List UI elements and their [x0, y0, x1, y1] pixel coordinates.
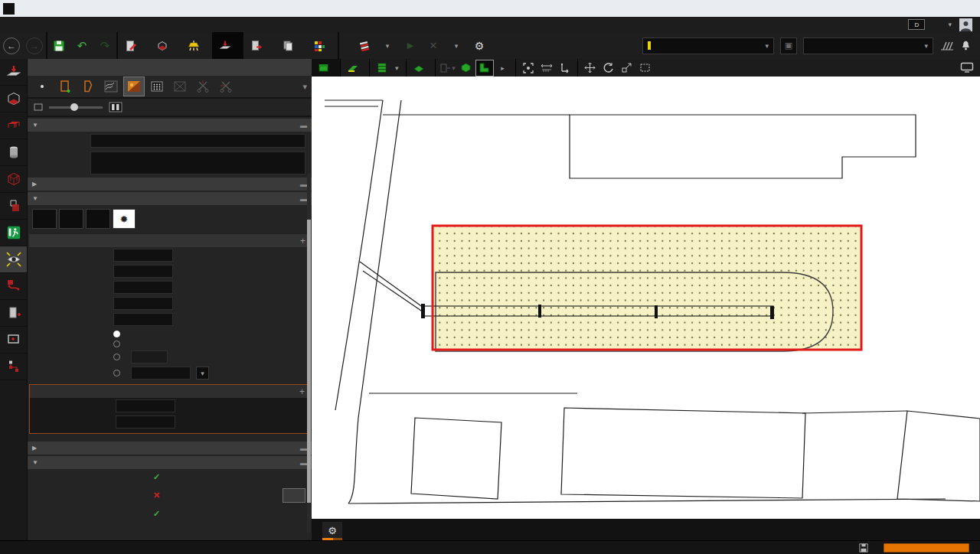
- description-input[interactable]: [90, 152, 305, 174]
- rotate-tool-button[interactable]: [600, 60, 617, 76]
- use-all-button[interactable]: [283, 488, 305, 503]
- name-input[interactable]: [90, 134, 305, 148]
- rail-dimming-curve-tool[interactable]: [0, 273, 27, 300]
- minimize-button[interactable]: [884, 0, 916, 17]
- defined-surface-caret[interactable]: ▾: [196, 367, 209, 380]
- value-grid-display-button[interactable]: [147, 77, 167, 96]
- view-expand-caret[interactable]: ▸: [495, 60, 511, 76]
- mode-construction-button[interactable]: [149, 32, 181, 59]
- pin-icon[interactable]: ▬: [300, 195, 307, 203]
- view-plan-button[interactable]: [476, 60, 493, 76]
- pin-icon[interactable]: ▬: [300, 459, 307, 467]
- rect-select-button[interactable]: [637, 60, 654, 76]
- display-mode-button[interactable]: [960, 62, 974, 74]
- mode-brands-button[interactable]: [306, 32, 338, 59]
- surface-view-icon[interactable]: [939, 41, 955, 51]
- section-checklist[interactable]: ▼▬: [28, 456, 312, 469]
- glare-rating-header[interactable]: +: [29, 234, 310, 247]
- tab-building[interactable]: ▾: [370, 59, 407, 77]
- scrollbar-thumb[interactable]: [307, 220, 311, 503]
- scene-settings-button[interactable]: ▣: [780, 37, 797, 54]
- notifications-bell-icon[interactable]: [961, 40, 971, 51]
- tab-ruf[interactable]: [86, 209, 110, 229]
- fixed-value-input[interactable]: [131, 350, 168, 363]
- settings-button[interactable]: ⚙: [470, 37, 488, 55]
- viewing-angle-to-input[interactable]: [113, 313, 173, 326]
- cut-line-tool[interactable]: [193, 77, 213, 96]
- option-defined-surface[interactable]: ▾: [28, 365, 312, 381]
- rail-column-tool[interactable]: [0, 139, 27, 166]
- mode-light-button[interactable]: [181, 32, 212, 59]
- section-positioning[interactable]: ▶▬: [28, 178, 312, 191]
- obtrusive-calculation-surface[interactable]: [421, 226, 861, 351]
- slider-knob[interactable]: [70, 103, 78, 111]
- option-fixed-value[interactable]: [28, 349, 312, 365]
- isolines-display-button[interactable]: [101, 77, 121, 96]
- section-space[interactable]: ▶▬: [28, 442, 312, 455]
- scene-preview-icon[interactable]: [109, 102, 122, 112]
- option-simplified[interactable]: [28, 329, 312, 339]
- section-calculation-parameters[interactable]: ▼▬: [28, 192, 312, 205]
- false-colors-display-button[interactable]: [124, 77, 144, 96]
- option-exact[interactable]: [28, 339, 312, 349]
- scale-tool-button[interactable]: [619, 60, 635, 76]
- rail-furniture-tool[interactable]: [0, 112, 27, 139]
- polygon-surface-tool[interactable]: [78, 77, 98, 96]
- light-scene-select[interactable]: ▾: [642, 37, 774, 54]
- forward-button[interactable]: →: [26, 37, 43, 54]
- mode-project-button[interactable]: [118, 32, 149, 59]
- building-caret-icon[interactable]: ▾: [395, 64, 399, 72]
- tab-ks[interactable]: [59, 209, 83, 229]
- calculation-options-caret[interactable]: ▾: [378, 37, 397, 55]
- transparency-slider[interactable]: [49, 106, 103, 109]
- section-properties[interactable]: ▼▬: [28, 119, 312, 132]
- cut-line-vertical-tool[interactable]: [216, 77, 236, 96]
- undo-button[interactable]: ↶: [73, 37, 91, 55]
- pin-icon[interactable]: ▬: [300, 122, 307, 129]
- zoom-fit-button[interactable]: [520, 60, 537, 76]
- maximize-button[interactable]: [916, 0, 948, 17]
- measure-button[interactable]: [538, 60, 555, 76]
- redo-button[interactable]: ↷: [96, 37, 114, 55]
- move-tool-button[interactable]: [582, 60, 599, 76]
- glare-index-header[interactable]: +: [30, 385, 309, 398]
- tab-storey[interactable]: [407, 59, 436, 77]
- rail-room-surface-tool[interactable]: [0, 86, 27, 112]
- tab-site[interactable]: [312, 59, 341, 77]
- viewing-angle-from-input[interactable]: [113, 297, 173, 310]
- cancel-options-caret[interactable]: ▾: [447, 37, 466, 55]
- rail-obtrusive-light-tool[interactable]: [0, 246, 27, 273]
- rail-escape-sign-tool[interactable]: [0, 220, 27, 246]
- rail-wall-surface-tool[interactable]: [0, 193, 27, 220]
- mode-calculation-objects-button[interactable]: [212, 32, 243, 59]
- previous-view-button[interactable]: ▾: [439, 60, 456, 76]
- avatar[interactable]: [959, 18, 972, 31]
- tab-sky-button[interactable]: ✹: [113, 209, 136, 229]
- pin-icon[interactable]: ▬: [300, 445, 307, 452]
- toolbar-overflow-caret[interactable]: ▾: [302, 82, 307, 92]
- legend-settings-button[interactable]: ⚙: [322, 522, 342, 539]
- mode-export-button[interactable]: [243, 32, 275, 59]
- step-width-input[interactable]: [113, 281, 173, 294]
- rail-circuit-tool[interactable]: [0, 354, 27, 380]
- view-room-button[interactable]: [458, 60, 475, 76]
- rail-calculation-zone-tool[interactable]: [0, 166, 27, 193]
- rectangle-surface-tool[interactable]: [55, 77, 75, 96]
- rail-door-tool[interactable]: [0, 300, 27, 327]
- inclination-input[interactable]: [113, 265, 173, 278]
- status-action-button[interactable]: [884, 543, 969, 552]
- resume-calculation-button[interactable]: ▶: [401, 37, 420, 55]
- point-tool[interactable]: [32, 77, 52, 96]
- drawing-viewport[interactable]: [325, 89, 980, 519]
- view-select[interactable]: ▾: [803, 37, 933, 54]
- cancel-calculation-button[interactable]: ✕: [424, 37, 443, 55]
- rail-calculation-surface-tool[interactable]: [0, 59, 27, 86]
- no-display-button[interactable]: [170, 77, 190, 96]
- save-button[interactable]: [50, 37, 68, 55]
- panel-scrollbar[interactable]: [307, 174, 311, 533]
- ks-ambient-luminance-input[interactable]: [116, 416, 175, 429]
- add-icon[interactable]: +: [299, 386, 305, 397]
- height-offset-input[interactable]: [113, 249, 173, 262]
- pin-icon[interactable]: ▬: [300, 181, 307, 188]
- close-button[interactable]: [948, 0, 980, 17]
